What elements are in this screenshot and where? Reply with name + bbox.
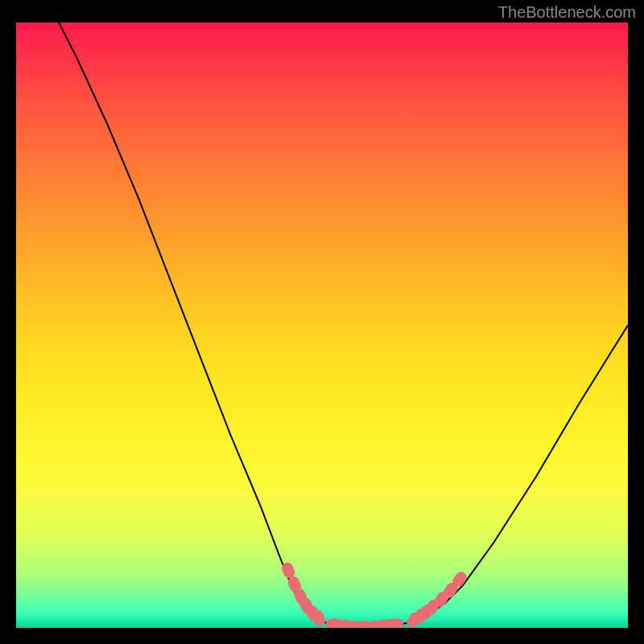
chart-plot-area [16, 23, 628, 628]
data-marker [387, 618, 403, 628]
watermark-text: TheBottleneck.com [498, 3, 636, 22]
chart-svg [16, 23, 628, 628]
bottleneck-curve [59, 23, 628, 627]
data-markers [280, 561, 469, 628]
